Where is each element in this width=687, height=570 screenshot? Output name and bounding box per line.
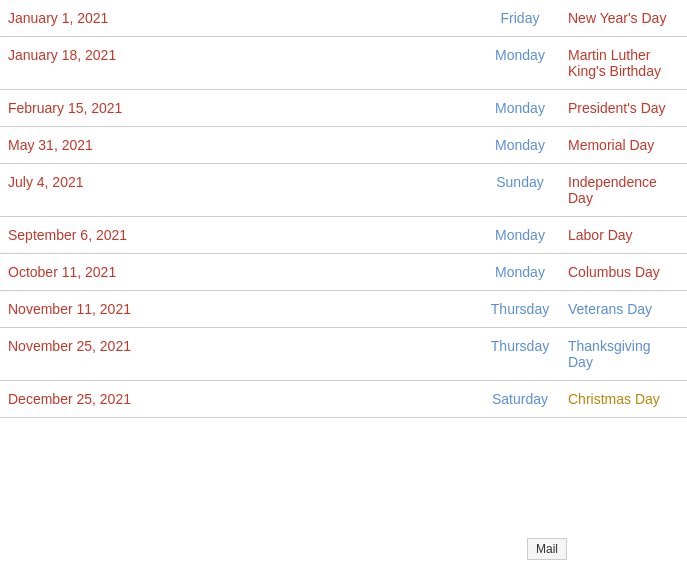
holiday-date: October 11, 2021 [0, 254, 480, 291]
holidays-table: January 1, 2021FridayNew Year's DayJanua… [0, 0, 687, 418]
holiday-day: Monday [480, 127, 560, 164]
holiday-day: Friday [480, 0, 560, 37]
holiday-name: Thanksgiving Day [560, 328, 687, 381]
holiday-name: Memorial Day [560, 127, 687, 164]
holiday-name: Labor Day [560, 217, 687, 254]
holiday-date: May 31, 2021 [0, 127, 480, 164]
table-row: January 1, 2021FridayNew Year's Day [0, 0, 687, 37]
table-row: February 15, 2021MondayPresident's Day [0, 90, 687, 127]
table-row: July 4, 2021SundayIndependence Day [0, 164, 687, 217]
holiday-day: Monday [480, 37, 560, 90]
table-row: October 11, 2021MondayColumbus Day [0, 254, 687, 291]
holiday-day: Monday [480, 254, 560, 291]
holiday-name: Veterans Day [560, 291, 687, 328]
holiday-name: Christmas Day [560, 381, 687, 418]
holiday-name: President's Day [560, 90, 687, 127]
table-row: January 18, 2021MondayMartin Luther King… [0, 37, 687, 90]
holiday-name: Columbus Day [560, 254, 687, 291]
table-row: December 25, 2021SaturdayChristmas Day [0, 381, 687, 418]
table-row: November 11, 2021ThursdayVeterans Day [0, 291, 687, 328]
holiday-date: January 1, 2021 [0, 0, 480, 37]
holiday-day: Thursday [480, 291, 560, 328]
holiday-name: Independence Day [560, 164, 687, 217]
holiday-date: December 25, 2021 [0, 381, 480, 418]
table-row: September 6, 2021MondayLabor Day [0, 217, 687, 254]
holiday-date: September 6, 2021 [0, 217, 480, 254]
holiday-name: Martin Luther King's Birthday [560, 37, 687, 90]
holiday-date: November 11, 2021 [0, 291, 480, 328]
table-row: May 31, 2021MondayMemorial Day [0, 127, 687, 164]
holiday-name: New Year's Day [560, 0, 687, 37]
holiday-date: January 18, 2021 [0, 37, 480, 90]
holiday-date: July 4, 2021 [0, 164, 480, 217]
holiday-day: Monday [480, 217, 560, 254]
holiday-day: Monday [480, 90, 560, 127]
holiday-date: February 15, 2021 [0, 90, 480, 127]
holiday-day: Sunday [480, 164, 560, 217]
holiday-date: November 25, 2021 [0, 328, 480, 381]
holiday-day: Thursday [480, 328, 560, 381]
table-row: November 25, 2021ThursdayThanksgiving Da… [0, 328, 687, 381]
holiday-day: Saturday [480, 381, 560, 418]
